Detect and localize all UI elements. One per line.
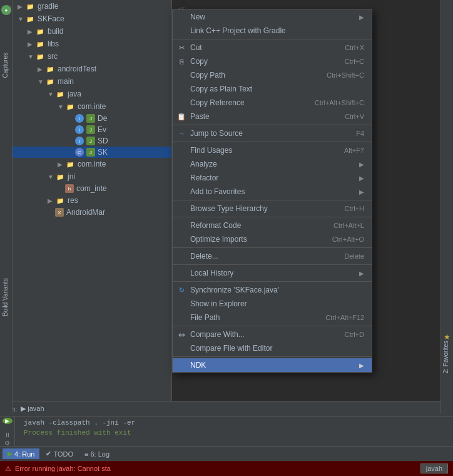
menu-item-ndk[interactable]: NDK ▶	[173, 358, 372, 372]
tree-item-ev[interactable]: i J Ev	[13, 124, 171, 135]
tree-label: build	[48, 27, 63, 36]
error-icon: ⚠	[5, 465, 11, 473]
tree-item-skface[interactable]: ▼ 📁 SKFace	[13, 13, 171, 25]
menu-item-synchronize[interactable]: ↻ Synchronize 'SKFace.java'	[173, 283, 372, 297]
error-bar: ⚠ Error running javah: Cannot sta javah	[0, 461, 453, 476]
tree-item-androidmar[interactable]: X AndroidMar	[13, 207, 171, 218]
tree-item-sk-selected[interactable]: C J SK	[13, 147, 171, 158]
tree-item-libs[interactable]: ▶ 📁 libs	[13, 38, 171, 50]
menu-item-copy-path[interactable]: Copy Path Ctrl+Shift+C	[173, 68, 372, 82]
tree-item-com-inte2[interactable]: ▶ 📁 com.inte	[13, 158, 171, 170]
shortcut-file-path: Ctrl+Alt+F12	[325, 314, 364, 321]
tree-item-jni[interactable]: ▼ 📁 jni	[13, 170, 171, 183]
menu-item-copy[interactable]: ⎘ Copy Ctrl+C	[173, 54, 372, 68]
menu-label-compare-editor: Compare File with Editor	[190, 344, 364, 353]
build-variants-label: Build Variants	[0, 276, 11, 319]
menu-label-new: New	[190, 13, 357, 21]
build-variants-tab[interactable]: Build Variants	[0, 276, 13, 319]
menu-label-local-history: Local History	[190, 269, 357, 277]
menu-item-show-explorer[interactable]: Show in Explorer	[173, 297, 372, 311]
menu-label-link-cpp: Link C++ Project with Gradle	[190, 26, 364, 35]
menu-divider-3	[173, 142, 372, 142]
run-toolbar: Run: ▶ javah	[0, 401, 453, 416]
tree-label: SK	[98, 148, 108, 157]
shortcut-copy-ref: Ctrl+Alt+Shift+C	[315, 99, 364, 106]
java-class-icon: C	[75, 148, 84, 157]
menu-label-sync: Synchronize 'SKFace.java'	[190, 286, 364, 294]
tree-item-res[interactable]: ▶ 📁 res	[13, 194, 171, 207]
tab-log[interactable]: ≡ 6: Log	[79, 449, 115, 459]
tree-item-build[interactable]: ▶ 📁 build	[13, 25, 171, 38]
menu-label-delete: Delete...	[190, 252, 332, 261]
menu-item-link-cpp[interactable]: Link C++ Project with Gradle	[173, 24, 372, 38]
menu-item-browse-hierarchy[interactable]: Browse Type Hierarchy Ctrl+H	[173, 202, 372, 215]
menu-item-find-usages[interactable]: Find Usages Alt+F7	[173, 143, 372, 157]
menu-item-cut[interactable]: ✂ Cut Ctrl+X	[173, 41, 372, 54]
star-icon: ★	[442, 332, 452, 342]
todo-tab-icon: ✔	[46, 450, 51, 458]
shortcut-browse: Ctrl+H	[345, 205, 364, 212]
menu-item-analyze[interactable]: Analyze ▶	[173, 157, 372, 171]
tree-item-sd[interactable]: i J SD	[13, 135, 171, 147]
paste-icon: 📋	[176, 111, 186, 122]
tab-run[interactable]: ▶ 4: Run	[3, 448, 39, 459]
log-tab-label: 6: Log	[90, 450, 109, 458]
menu-item-compare-with[interactable]: ⇔ Compare With... Ctrl+D	[173, 328, 372, 341]
shortcut-delete: Delete	[344, 252, 364, 260]
menu-item-new[interactable]: New ▶	[173, 10, 372, 24]
bottom-panel: Run: ▶ javah ▶ ⏸ ⚙ ⋮ ⤢ javah -classpath …	[0, 401, 453, 476]
menu-divider-7	[173, 264, 372, 265]
todo-tab-label: TODO	[53, 450, 73, 458]
menu-divider-10	[173, 356, 372, 357]
favorites-label: 2: Favorites	[440, 338, 451, 376]
menu-label-copy-path: Copy Path	[190, 71, 314, 80]
menu-item-paste[interactable]: 📋 Paste Ctrl+V	[173, 110, 372, 123]
menu-item-file-path[interactable]: File Path Ctrl+Alt+F12	[173, 311, 372, 324]
tree-item-java[interactable]: ▼ 📁 java	[13, 88, 171, 100]
tree-item-gradle[interactable]: ▶ 📁 gradle	[13, 0, 171, 13]
folder-icon: 📁	[45, 64, 55, 74]
tree-item-com-inte3[interactable]: h com_inte	[13, 183, 171, 194]
tree-item-main[interactable]: ▼ 📁 main	[13, 75, 171, 88]
pause-button[interactable]: ⏸	[3, 432, 13, 438]
menu-item-compare-editor[interactable]: Compare File with Editor	[173, 341, 372, 355]
folder-icon: 📁	[25, 14, 35, 24]
console-line1: javah -classpath . -jni -er	[19, 418, 449, 428]
menu-label-reformat: Reformat Code	[190, 221, 321, 230]
menu-divider-8	[173, 281, 372, 282]
menu-item-copy-ref[interactable]: Copy Reference Ctrl+Alt+Shift+C	[173, 96, 372, 110]
tree-label: libs	[48, 39, 59, 48]
tree-label: SKFace	[38, 14, 64, 23]
tree-item-com-inte1[interactable]: ▼ 📁 com.inte	[13, 100, 171, 113]
menu-label-file-path: File Path	[190, 313, 313, 322]
submenu-arrow-ndk: ▶	[359, 362, 364, 369]
tree-item-androidtest[interactable]: ▶ 📁 androidTest	[13, 63, 171, 75]
menu-item-copy-plain[interactable]: Copy as Plain Text	[173, 82, 372, 96]
menu-item-refactor[interactable]: Refactor ▶	[173, 171, 372, 185]
tree-item-src[interactable]: ▼ 📁 src	[13, 50, 171, 63]
menu-item-delete[interactable]: Delete... Delete	[173, 249, 372, 263]
copy-icon: ⎘	[176, 56, 186, 66]
right-sidebar: 2: Favorites ★	[440, 0, 453, 413]
compare-icon: ⇔	[176, 329, 186, 339]
menu-item-local-history[interactable]: Local History ▶	[173, 266, 372, 280]
shortcut-copy-path: Ctrl+Shift+C	[327, 71, 364, 79]
folder-icon: 📁	[65, 159, 75, 169]
menu-item-optimize[interactable]: Optimize Imports Ctrl+Alt+O	[173, 232, 372, 246]
favorites-tab[interactable]: 2: Favorites	[440, 338, 453, 376]
java-class-icon: i	[75, 125, 84, 134]
run-tab-icon: ▶	[8, 450, 13, 458]
arrow-icon: ▶	[28, 41, 35, 48]
menu-label-compare: Compare With...	[190, 330, 332, 339]
menu-item-reformat[interactable]: Reformat Code Ctrl+Alt+L	[173, 219, 372, 232]
tree-item-de[interactable]: i J De	[13, 113, 171, 124]
java-file-icon: J	[86, 125, 95, 134]
menu-item-jump-source[interactable]: → Jump to Source F4	[173, 127, 372, 140]
tab-todo[interactable]: ✔ TODO	[41, 448, 78, 459]
menu-label-find: Find Usages	[190, 146, 332, 155]
captures-tab[interactable]: Captures	[0, 50, 13, 81]
menu-item-favorites[interactable]: Add to Favorites ▶	[173, 185, 372, 199]
ide-container: Captures ● Build Variants ▶ 📁 gradle ▼ 📁…	[0, 0, 453, 476]
menu-label-copy: Copy	[190, 57, 332, 66]
play-button[interactable]: ▶	[3, 418, 13, 424]
